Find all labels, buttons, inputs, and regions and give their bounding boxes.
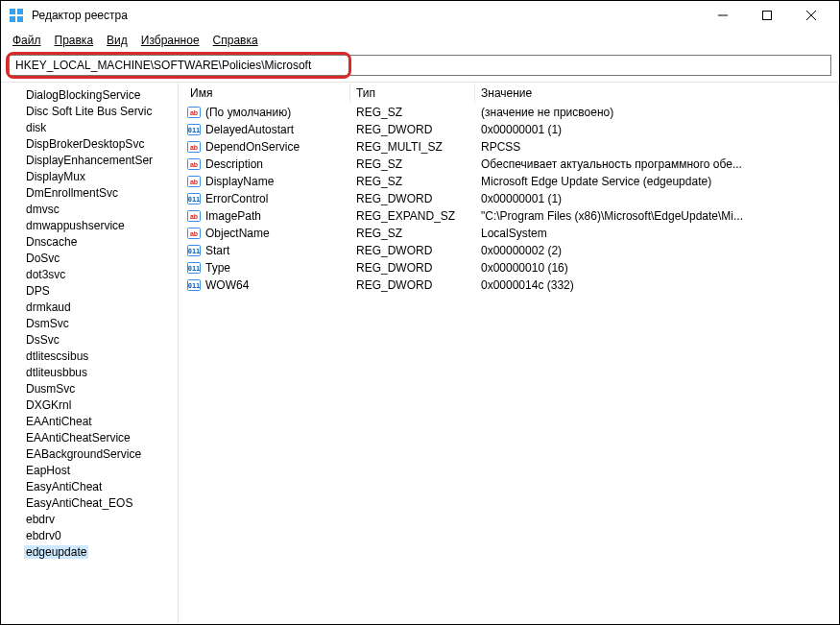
value-row[interactable]: abObjectNameREG_SZLocalSystem xyxy=(182,225,839,242)
tree-item[interactable]: DoSvc xyxy=(1,250,178,266)
tree-item-label: dtliteusbbus xyxy=(24,366,89,379)
tree-item[interactable]: disk xyxy=(1,119,178,135)
value-row[interactable]: abDescriptionREG_SZОбеспечивает актуальн… xyxy=(182,156,839,173)
tree-item[interactable]: EasyAntiCheat xyxy=(1,478,178,494)
value-type: REG_DWORD xyxy=(350,278,475,292)
tree-item-label: EABackgroundService xyxy=(24,447,143,461)
binary-value-icon: 011 xyxy=(186,260,202,276)
value-row[interactable]: abDisplayNameREG_SZMicrosoft Edge Update… xyxy=(182,173,839,190)
tree-item-label: dmwappushservice xyxy=(24,219,127,232)
menubar: Файл Правка Вид Избранное Справка xyxy=(1,30,839,53)
value-name-cell: 011Start xyxy=(182,243,350,258)
menu-favorites[interactable]: Избранное xyxy=(135,32,205,49)
tree-item[interactable]: DsSvc xyxy=(1,331,178,348)
value-data: LocalSystem xyxy=(475,227,839,240)
tree-item[interactable]: EapHost xyxy=(1,462,178,478)
value-row[interactable]: abDependOnServiceREG_MULTI_SZRPCSS xyxy=(182,138,839,156)
tree-item[interactable]: Disc Soft Lite Bus Servic xyxy=(1,103,178,119)
tree-item-label: DsSvc xyxy=(24,333,61,347)
titlebar: Редактор реестра xyxy=(1,1,839,30)
tree-item-label: DispBrokerDesktopSvc xyxy=(24,137,146,151)
tree-item-label: edgeupdate xyxy=(24,545,88,559)
tree-item[interactable]: DsmSvc xyxy=(1,315,178,331)
tree-item-label: Dnscache xyxy=(24,235,79,249)
svg-text:ab: ab xyxy=(190,144,198,151)
svg-text:011: 011 xyxy=(188,248,201,255)
minimize-button[interactable] xyxy=(701,1,745,30)
svg-text:011: 011 xyxy=(188,196,201,204)
col-header-name[interactable]: Имя xyxy=(182,84,350,103)
svg-text:ab: ab xyxy=(190,213,198,220)
value-row[interactable]: 011DelayedAutostartREG_DWORD0x00000001 (… xyxy=(182,121,839,138)
tree-item-label: dmvsc xyxy=(24,203,61,216)
menu-edit[interactable]: Правка xyxy=(49,32,100,49)
svg-text:011: 011 xyxy=(188,282,201,290)
close-button[interactable] xyxy=(789,1,833,30)
tree-item[interactable]: ebdrv0 xyxy=(1,527,178,543)
tree-item[interactable] xyxy=(1,560,178,576)
value-name-cell: 011Type xyxy=(182,260,350,276)
maximize-button[interactable] xyxy=(745,1,789,30)
tree-item-label: DPS xyxy=(24,284,52,298)
tree-item[interactable]: DisplayEnhancementSer xyxy=(1,152,178,168)
tree-item[interactable]: DPS xyxy=(1,282,178,299)
value-type: REG_DWORD xyxy=(350,192,475,205)
svg-rect-2 xyxy=(10,16,15,22)
value-row[interactable]: 011TypeREG_DWORD0x00000010 (16) xyxy=(182,259,839,276)
tree-item[interactable]: dtlitescsibus xyxy=(1,348,178,364)
svg-rect-1 xyxy=(17,9,23,14)
tree-item-label: EapHost xyxy=(24,464,72,477)
value-data: 0x00000001 (1) xyxy=(475,123,839,136)
value-name-cell: 011DelayedAutostart xyxy=(182,122,350,137)
value-data: 0x0000014c (332) xyxy=(475,278,839,292)
value-name: DisplayName xyxy=(205,175,274,188)
value-row[interactable]: abImagePathREG_EXPAND_SZ"C:\Program File… xyxy=(182,207,839,225)
tree-item[interactable]: DialogBlockingService xyxy=(1,86,178,103)
tree-item[interactable]: ebdrv xyxy=(1,511,178,527)
tree-item[interactable]: dot3svc xyxy=(1,266,178,282)
tree-item[interactable]: DmEnrollmentSvc xyxy=(1,184,178,201)
value-data: "C:\Program Files (x86)\Microsoft\EdgeUp… xyxy=(475,209,839,223)
tree-item[interactable]: drmkaud xyxy=(1,299,178,315)
svg-text:ab: ab xyxy=(190,161,198,168)
menu-view[interactable]: Вид xyxy=(101,32,133,49)
binary-value-icon: 011 xyxy=(186,191,202,206)
value-row[interactable]: 011StartREG_DWORD0x00000002 (2) xyxy=(182,242,839,259)
col-header-data[interactable]: Значение xyxy=(475,84,839,103)
tree-item[interactable]: dmwappushservice xyxy=(1,217,178,233)
svg-rect-0 xyxy=(10,9,15,14)
binary-value-icon: 011 xyxy=(186,122,202,137)
tree-item[interactable]: DXGKrnl xyxy=(1,397,178,413)
value-row[interactable]: 011WOW64REG_DWORD0x0000014c (332) xyxy=(182,276,839,294)
value-name: DelayedAutostart xyxy=(205,123,294,136)
svg-text:ab: ab xyxy=(190,230,198,237)
tree-item[interactable]: DusmSvc xyxy=(1,380,178,397)
key-tree[interactable]: DialogBlockingServiceDisc Soft Lite Bus … xyxy=(1,83,179,624)
tree-item[interactable]: dtliteusbbus xyxy=(1,364,178,380)
tree-item[interactable]: EAAntiCheatService xyxy=(1,429,178,445)
value-name-cell: abDisplayName xyxy=(182,174,350,189)
value-name-cell: abObjectName xyxy=(182,226,350,241)
value-type: REG_SZ xyxy=(350,175,475,188)
tree-item[interactable]: EABackgroundService xyxy=(1,445,178,462)
menu-help[interactable]: Справка xyxy=(207,32,264,49)
tree-item[interactable]: edgeupdate xyxy=(1,543,178,560)
string-value-icon: ab xyxy=(186,226,202,241)
address-input[interactable] xyxy=(9,55,831,76)
col-header-type[interactable]: Тип xyxy=(350,84,475,103)
menu-file[interactable]: Файл xyxy=(7,32,47,49)
value-list: Имя Тип Значение ab(По умолчанию)REG_SZ(… xyxy=(182,83,839,624)
value-row[interactable]: ab(По умолчанию)REG_SZ(значение не присв… xyxy=(182,104,839,121)
value-name-cell: 011ErrorControl xyxy=(182,191,350,206)
tree-item[interactable]: DisplayMux xyxy=(1,168,178,184)
tree-item[interactable]: DispBrokerDesktopSvc xyxy=(1,135,178,152)
tree-item[interactable]: Dnscache xyxy=(1,233,178,250)
tree-item[interactable]: EasyAntiCheat_EOS xyxy=(1,494,178,511)
value-data: 0x00000001 (1) xyxy=(475,192,839,205)
list-body[interactable]: ab(По умолчанию)REG_SZ(значение не присв… xyxy=(182,104,839,624)
value-row[interactable]: 011ErrorControlREG_DWORD0x00000001 (1) xyxy=(182,190,839,207)
string-value-icon: ab xyxy=(186,139,202,155)
tree-item[interactable]: EAAntiCheat xyxy=(1,413,178,429)
tree-item[interactable]: dmvsc xyxy=(1,201,178,217)
value-name: Description xyxy=(205,157,263,171)
